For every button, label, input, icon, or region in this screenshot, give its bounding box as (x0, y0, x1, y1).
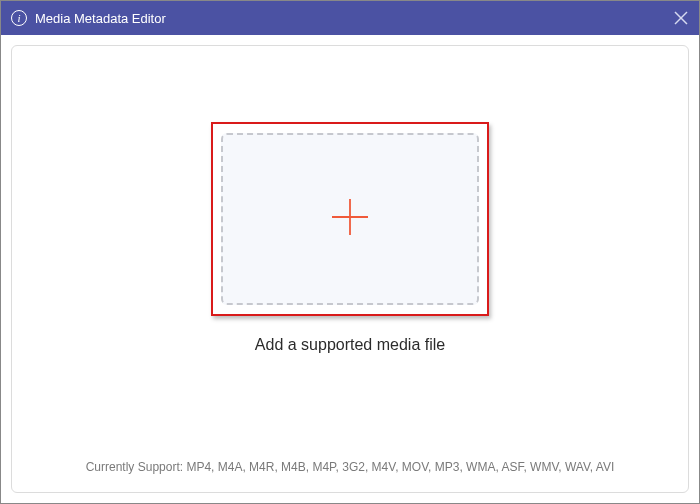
drop-wrap: Add a supported media file (211, 122, 489, 354)
drop-label: Add a supported media file (255, 336, 445, 354)
plus-icon (329, 196, 371, 242)
add-file-dropzone[interactable] (211, 122, 489, 316)
info-icon: i (11, 10, 27, 26)
supported-formats-text: Currently Support: MP4, M4A, M4R, M4B, M… (12, 460, 688, 474)
title-bar: i Media Metadata Editor (1, 1, 699, 35)
app-window: i Media Metadata Editor (0, 0, 700, 504)
close-icon (674, 11, 688, 25)
body-area: Add a supported media file Currently Sup… (1, 35, 699, 503)
main-panel: Add a supported media file Currently Sup… (11, 45, 689, 493)
close-button[interactable] (673, 10, 689, 26)
drop-zone-inner (221, 133, 479, 305)
window-title: Media Metadata Editor (35, 11, 673, 26)
